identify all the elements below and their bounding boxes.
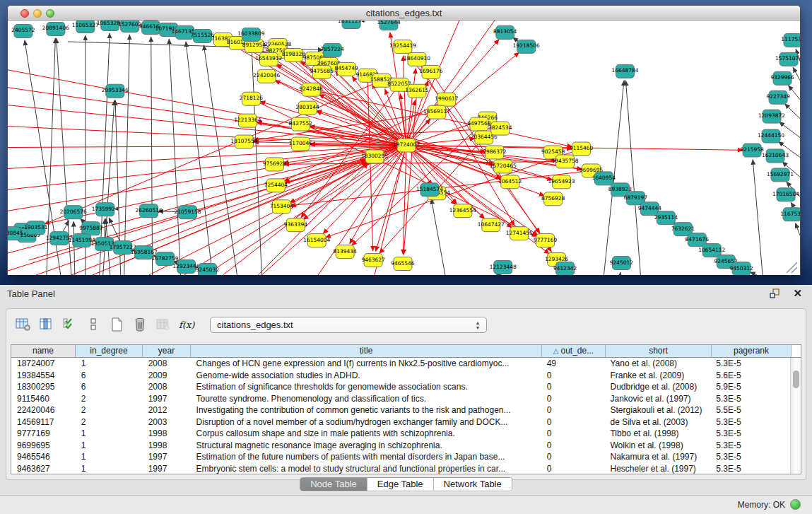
tab-network-table[interactable]: Network Table (434, 478, 512, 491)
table-cell[interactable]: 14569117 (11, 416, 76, 428)
graph-node[interactable]: 9975887 (79, 222, 103, 235)
table-cell[interactable]: Yano et al. (2008) (604, 358, 710, 370)
graph-node[interactable]: 9412342 (553, 262, 577, 275)
graph-node[interactable]: 1170046 (289, 137, 313, 151)
graph-node[interactable]: 1362615 (405, 84, 429, 98)
graph-node[interactable]: 2935114 (654, 211, 678, 225)
graph-node[interactable]: 16154004 (303, 234, 330, 247)
column-header-year[interactable]: year (143, 345, 191, 357)
select-all-icon[interactable] (60, 315, 80, 334)
graph-node[interactable]: 20891406 (42, 22, 69, 35)
table-cell[interactable]: 2008 (143, 381, 191, 393)
graph-node[interactable]: 10647427 (478, 218, 505, 232)
column-header-name[interactable]: name (11, 345, 76, 357)
table-cell[interactable]: 5.3E-5 (710, 393, 790, 405)
table-cell[interactable]: 2 (76, 416, 143, 428)
graph-node[interactable]: 9227349 (766, 90, 790, 104)
graph-node[interactable]: 16210643 (762, 149, 789, 163)
scrollbar-thumb[interactable] (793, 370, 799, 388)
table-cell[interactable]: Nakamura et al. (1997) (604, 451, 710, 463)
graph-node[interactable]: 9242848 (300, 83, 324, 96)
table-cell[interactable]: 2008 (143, 358, 191, 370)
graph-node[interactable]: 18640910 (404, 52, 430, 66)
table-cell[interactable]: Changes of HCN gene expression and I(f) … (191, 358, 541, 370)
table-row[interactable]: 969969511998Structural magnetic resonanc… (11, 440, 790, 452)
table-cell[interactable]: Stergiakouli et al. (2012) (604, 404, 710, 416)
table-cell[interactable]: 9465546 (11, 451, 76, 463)
graph-node[interactable]: 7254404 (264, 179, 288, 192)
table-row[interactable]: 1456911722003Disruption of a novel membe… (11, 416, 790, 428)
graph-node[interactable]: 1527602 (118, 21, 141, 32)
function-builder-icon[interactable]: f(x) (177, 315, 196, 334)
graph-node[interactable]: 7153404 (270, 200, 294, 214)
table-cell[interactable]: 5.3E-5 (710, 451, 790, 463)
graph-node[interactable]: 17016504 (772, 188, 799, 201)
table-cell[interactable]: 2 (76, 404, 143, 416)
table-cell[interactable]: 1 (76, 428, 143, 440)
table-cell[interactable]: 2003 (143, 416, 191, 428)
graph-node[interactable]: 15751074 (775, 52, 800, 66)
vertical-scrollbar[interactable] (790, 358, 801, 474)
column-header-title[interactable]: title (191, 345, 542, 357)
graph-node[interactable]: 9475685 (310, 65, 334, 78)
table-cell[interactable]: 5.3E-5 (710, 463, 790, 475)
graph-node[interactable]: 12213364 (234, 114, 261, 127)
graph-node[interactable]: 13254419 (389, 40, 416, 53)
table-row[interactable]: 1830029562008Estimation of significance … (11, 381, 790, 393)
table-cell[interactable]: 18300295 (11, 381, 76, 393)
table-cell[interactable]: Tourette syndrome. Phenomenology and cla… (191, 393, 541, 405)
column-header-in_degree[interactable]: in_degree (76, 345, 143, 357)
tab-edge-table[interactable]: Edge Table (367, 478, 434, 491)
graph-node[interactable]: 17359924 (92, 203, 119, 216)
table-row[interactable]: 2242004622012Investigating the contribut… (11, 404, 790, 416)
table-row[interactable]: 946362711997Embryonic stem cells: a mode… (11, 463, 790, 475)
table-cell[interactable]: Dudbridge et al. (2008) (604, 381, 710, 393)
graph-node[interactable]: 1527644 (377, 21, 401, 30)
graph-node[interactable]: 1903531 (24, 221, 48, 235)
table-cell[interactable]: Corpus callosum shape and size in male p… (191, 428, 541, 440)
table-row[interactable]: 1872400712008Changes of HCN gene express… (11, 358, 790, 370)
table-cell[interactable]: 1997 (143, 451, 191, 463)
graph-node[interactable]: 9777169 (534, 234, 558, 247)
float-window-icon[interactable] (769, 288, 781, 300)
graph-node[interactable]: 9756928 (263, 158, 287, 171)
table-cell[interactable]: 0 (541, 381, 605, 393)
graph-node[interactable]: 9463627 (361, 254, 385, 267)
table-cell[interactable]: 18724007 (11, 358, 76, 370)
table-cell[interactable]: 1998 (143, 428, 191, 440)
table-cell[interactable]: 9463627 (11, 463, 76, 475)
table-cell[interactable]: 2 (76, 393, 143, 405)
graph-node[interactable]: 1640954 (592, 172, 616, 185)
graph-node[interactable]: 7857224 (321, 43, 345, 57)
column-header-out_de[interactable]: △out_de... (542, 345, 606, 357)
graph-node[interactable]: 9245032 (196, 264, 219, 275)
table-cell[interactable]: 5.3E-5 (710, 440, 790, 452)
tab-node-table[interactable]: Node Table (300, 478, 367, 491)
column-header-pagerank[interactable]: pagerank (712, 345, 792, 357)
graph-node[interactable]: 11065327 (72, 21, 99, 33)
table-cell[interactable]: 0 (541, 463, 605, 475)
graph-node[interactable]: 7986372 (483, 146, 506, 159)
window-titlebar[interactable]: citations_edges.txt (8, 6, 800, 21)
table-cell[interactable]: 9777169 (11, 428, 76, 440)
graph-node[interactable]: 8139434 (334, 245, 358, 259)
graph-node[interactable]: 9115460 (570, 142, 594, 156)
table-cell[interactable]: 5.6E-5 (710, 370, 790, 382)
graph-node[interactable]: 12093872 (758, 110, 785, 123)
graph-node[interactable]: 8215958 (740, 144, 764, 157)
table-selector-dropdown[interactable]: citations_edges.txt ▲▼ (210, 317, 487, 333)
graph-node[interactable]: 8427552 (289, 117, 312, 131)
table-cell[interactable]: Structural magnetic resonance image aver… (191, 440, 541, 452)
table-cell[interactable]: 1 (76, 440, 143, 452)
graph-node[interactable]: 14569117 (423, 105, 450, 119)
graph-node[interactable]: 1117534 (781, 33, 800, 47)
graph-node[interactable]: 6497568 (467, 117, 491, 131)
graph-node[interactable]: 19218506 (513, 40, 540, 53)
graph-node[interactable]: 2405572 (11, 24, 35, 37)
table-cell[interactable]: 6 (76, 370, 143, 382)
table-cell[interactable]: 9115460 (11, 393, 76, 405)
graph-node[interactable]: 16648784 (611, 64, 638, 78)
table-cell[interactable]: Estimation of significance thresholds fo… (191, 381, 541, 393)
graph-node[interactable]: 9329966 (770, 71, 794, 85)
graph-node[interactable]: 1990617 (435, 93, 459, 106)
